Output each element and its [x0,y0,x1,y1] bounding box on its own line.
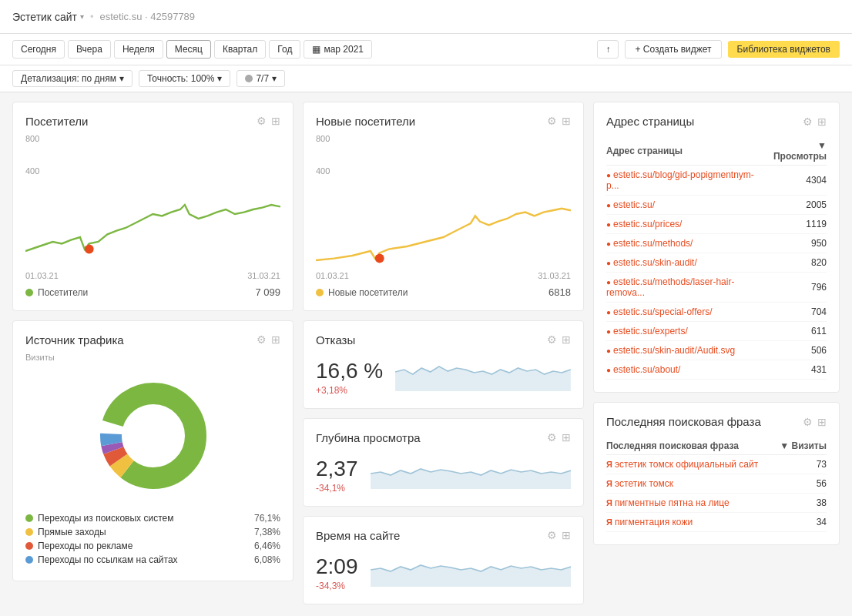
gear-icon-pages[interactable]: ⚙ [803,116,813,128]
table-row: ●estetic.su/blog/gid-popigmentnym-p... 4… [606,166,827,196]
period-year[interactable]: Год [269,40,300,59]
left-column: Посетители ⚙ ⊞ 800 400 н 01.03.2 [12,102,294,604]
new-visitors-actions: ⚙ ⊞ [547,115,571,127]
visitors-chart: н [25,177,280,270]
time-metric-row: 2:09 -34,3% [316,548,571,591]
time-mini-chart [371,548,572,587]
new-visitors-widget: Новые посетители ⚙ ⊞ 800 400 н 0 [303,102,584,311]
grid-icon-pages[interactable]: ⊞ [817,116,827,128]
period-selector: Сегодня Вчера Неделя Месяц Квартал Год ▦… [12,40,372,59]
donut-chart [25,368,280,504]
period-week[interactable]: Неделя [114,40,163,59]
table-row: ●estetic.su/methods/laser-hair-remova...… [606,273,827,303]
site-name: Эстетик сайт [12,11,77,23]
grid-icon-search[interactable]: ⊞ [817,416,827,428]
grid-icon-new[interactable]: ⊞ [562,115,571,127]
grid-icon-bounces[interactable]: ⊞ [562,333,571,346]
new-visitors-y-400: 400 [316,166,330,176]
detail-filter[interactable]: Детализация: по дням ▾ [12,70,132,87]
legend-val-ads: 6,46% [254,541,280,551]
depth-value: 2,37 [316,457,358,481]
gear-icon-new[interactable]: ⚙ [547,115,557,127]
legend-val-links: 6,08% [254,554,280,565]
time-value: 2:09 [316,554,358,579]
depth-widget: Глубина просмотра ⚙ ⊞ 2,37 -34,1% [303,418,584,507]
gear-icon-traffic[interactable]: ⚙ [257,333,267,346]
site-domain: estetic.su · 42597789 [99,11,195,22]
traffic-source-widget: Источник трафика ⚙ ⊞ Визиты [12,320,294,581]
time-title: Время на сайте [316,529,400,542]
visitors-actions: ⚙ ⊞ [257,115,280,127]
bounces-delta: +3,18% [316,385,383,396]
visitors-y-800: 800 [25,134,39,143]
library-button[interactable]: Библиотека виджетов [728,41,840,58]
search-header: Последняя поисковая фраза ⚙ ⊞ [606,415,827,428]
create-widget-button[interactable]: + Создать виджет [625,40,721,59]
period-quarter[interactable]: Квартал [214,40,266,59]
search-title: Последняя поисковая фраза [606,415,761,428]
gear-icon[interactable]: ⚙ [257,115,267,127]
legend-ads: Переходы по рекламе 6,46% [25,541,280,551]
new-visitors-value: 6818 [548,286,571,298]
table-row: Япигментные пятна на лице 38 [606,494,827,513]
table-row: ●estetic.su/special-offers/ 704 [606,303,827,322]
gear-icon-depth[interactable]: ⚙ [547,431,557,444]
bounces-mini-chart [395,353,571,391]
legend-links: Переходы по ссылкам на сайтах 6,08% [25,554,280,565]
date-picker[interactable]: ▦ мар 2021 [304,40,372,59]
svg-text:н: н [83,239,87,247]
grid-icon-time[interactable]: ⊞ [562,529,571,541]
bounces-metric-row: 16,6 % +3,18% [316,353,571,396]
gear-icon-bounces[interactable]: ⚙ [547,333,557,346]
pages-title: Адрес страницы [606,115,694,128]
grid-icon-traffic[interactable]: ⊞ [271,333,280,346]
period-yesterday[interactable]: Вчера [68,40,111,59]
svg-text:н: н [374,248,377,256]
pages-actions: ⚙ ⊞ [803,116,827,128]
header: Эстетик сайт ▾ • estetic.su · 42597789 [0,0,852,34]
segments-filter[interactable]: 7/7 ▾ [236,70,285,87]
depth-metric-row: 2,37 -34,1% [316,450,571,494]
time-actions: ⚙ ⊞ [547,529,571,541]
svg-marker-12 [371,565,572,587]
right-column: Адрес страницы ⚙ ⊞ Адрес страницы ▼ Прос… [593,102,840,604]
legend-direct: Прямые заходы 7,38% [25,527,280,537]
bounces-value: 16,6 % [316,359,383,383]
traffic-title: Источник трафика [25,333,124,346]
traffic-actions: ⚙ ⊞ [257,333,280,346]
accuracy-filter[interactable]: Точность: 100% ▾ [139,70,230,87]
table-row: ●estetic.su/ 2005 [606,196,827,215]
search-phrase-widget: Последняя поисковая фраза ⚙ ⊞ Последняя … [593,402,840,545]
chevron-down-icon: ▾ [119,73,124,84]
visitors-legend: Посетители 7 099 [25,286,280,298]
legend-search: Переходы из поисковых систем 76,1% [25,513,280,524]
table-row: ●estetic.su/experts/ 611 [606,322,827,341]
table-row: ●estetic.su/skin-audit/Audit.svg 506 [606,341,827,360]
site-selector[interactable]: Эстетик сайт ▾ [12,11,84,23]
period-today[interactable]: Сегодня [12,40,65,59]
traffic-header: Источник трафика ⚙ ⊞ [25,333,280,346]
visitors-header: Посетители ⚙ ⊞ [25,115,280,128]
period-month[interactable]: Месяц [166,40,211,59]
time-delta: -34,3% [316,581,358,591]
gear-icon-search[interactable]: ⚙ [803,416,813,428]
visitors-value: 7 099 [255,286,280,298]
new-visitors-y-800: 800 [316,134,330,143]
table-row: ●estetic.su/about/ 431 [606,360,827,380]
new-visitors-header: Новые посетители ⚙ ⊞ [316,115,571,128]
toolbar: Сегодня Вчера Неделя Месяц Квартал Год ▦… [0,34,852,65]
export-button[interactable]: ↑ [597,40,619,59]
time-header: Время на сайте ⚙ ⊞ [316,529,571,542]
pages-col-url: Адрес страницы [606,137,763,166]
legend-dot-links [25,556,33,564]
search-actions: ⚙ ⊞ [803,416,827,428]
grid-icon[interactable]: ⊞ [271,115,280,127]
pages-col-views: ▼ Просмотры [763,137,827,166]
legend-dot-search [25,514,33,522]
search-table: Последняя поисковая фраза ▼ Визиты Яэсте… [606,437,827,532]
grid-icon-depth[interactable]: ⊞ [562,431,571,444]
bounces-title: Отказы [316,333,355,346]
svg-point-7 [126,409,180,463]
gear-icon-time[interactable]: ⚙ [547,529,557,541]
new-visitors-chart: н [316,177,571,270]
